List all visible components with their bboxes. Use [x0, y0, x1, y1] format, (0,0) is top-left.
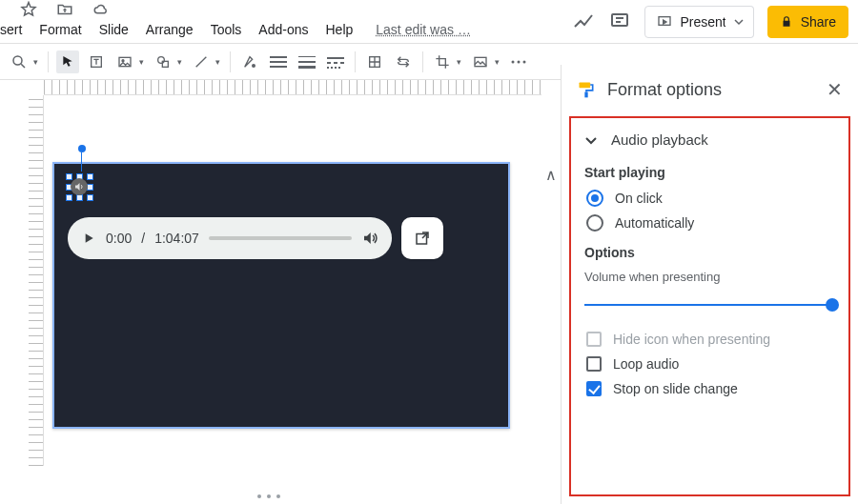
volume-icon[interactable] [361, 230, 378, 247]
close-panel-button[interactable]: ✕ [827, 78, 843, 101]
svg-point-5 [122, 59, 124, 61]
svg-point-2 [13, 56, 22, 65]
menu-format[interactable]: Format [39, 22, 81, 37]
audio-playback-section: Audio playback Start playing On click Au… [569, 116, 850, 496]
select-tool[interactable] [56, 50, 79, 73]
format-options-tool[interactable] [363, 50, 386, 73]
comments-icon[interactable] [608, 10, 631, 33]
radio-automatically[interactable]: Automatically [586, 214, 833, 232]
star-icon[interactable] [17, 0, 40, 21]
svg-point-27 [523, 60, 526, 63]
checkbox-stop-slide-change[interactable]: Stop on slide change [586, 381, 833, 396]
move-to-drive-icon[interactable] [53, 0, 76, 21]
menu-bar: sert Format Slide Arrange Tools Add-ons … [0, 22, 471, 37]
section-title: Audio playback [611, 131, 708, 148]
section-toggle[interactable]: Audio playback [584, 131, 835, 148]
play-icon[interactable] [81, 231, 96, 246]
paint-roller-icon [577, 80, 596, 99]
mask-tool[interactable] [469, 50, 492, 73]
format-options-panel: Format options ✕ Audio playback Start pl… [561, 65, 858, 504]
hide-icon-checkbox[interactable] [586, 332, 602, 347]
line-tool[interactable] [190, 50, 213, 73]
svg-rect-9 [270, 56, 287, 58]
rotate-handle[interactable] [78, 145, 86, 152]
svg-point-26 [518, 60, 521, 63]
menu-slide[interactable]: Slide [99, 22, 129, 37]
svg-point-6 [158, 56, 165, 63]
player-current-time: 0:00 [106, 231, 132, 246]
svg-rect-12 [298, 56, 316, 57]
svg-point-25 [512, 60, 515, 63]
zoom-tool[interactable] [8, 50, 31, 73]
radio-auto-input[interactable] [586, 214, 603, 232]
lock-icon [780, 15, 793, 29]
svg-rect-21 [335, 67, 337, 69]
scroll-up-icon[interactable]: ∧ [545, 166, 557, 184]
share-label: Share [801, 14, 836, 30]
vertical-ruler [29, 95, 44, 466]
svg-rect-17 [334, 62, 337, 64]
checkbox-loop-audio[interactable]: Loop audio [586, 356, 833, 372]
activity-icon[interactable] [572, 10, 595, 33]
start-playing-label: Start playing [584, 165, 835, 180]
menu-help[interactable]: Help [325, 22, 353, 37]
popout-button[interactable] [401, 217, 443, 259]
loop-audio-checkbox[interactable] [586, 356, 602, 372]
present-label: Present [680, 14, 725, 30]
checkbox-hide-icon[interactable]: Hide icon when presenting [586, 332, 833, 347]
color-tool[interactable] [238, 50, 261, 73]
app-header: sert Format Slide Arrange Tools Add-ons … [0, 0, 858, 44]
present-button[interactable]: Present [644, 6, 738, 38]
last-edit-link[interactable]: Last edit was … [376, 22, 471, 37]
horizontal-ruler [44, 80, 541, 95]
svg-rect-11 [270, 66, 287, 68]
border-dash-tool[interactable] [324, 50, 347, 73]
svg-rect-0 [612, 14, 627, 26]
svg-rect-16 [327, 62, 331, 64]
svg-rect-30 [584, 92, 587, 98]
page-indicator [257, 494, 280, 498]
panel-title: Format options [607, 80, 815, 100]
svg-rect-29 [580, 83, 591, 89]
volume-slider[interactable] [584, 295, 835, 314]
menu-tools[interactable]: Tools [211, 22, 242, 37]
player-duration: 1:04:07 [154, 231, 199, 246]
svg-point-8 [252, 64, 255, 68]
svg-rect-10 [270, 61, 287, 63]
svg-rect-14 [298, 66, 316, 69]
share-button[interactable]: Share [767, 6, 848, 38]
svg-rect-20 [331, 67, 333, 69]
svg-rect-18 [340, 62, 344, 64]
more-tools[interactable] [507, 50, 530, 73]
menu-arrange[interactable]: Arrange [146, 22, 194, 37]
image-tool[interactable] [113, 50, 136, 73]
radio-on-click-input[interactable] [586, 190, 603, 207]
chevron-down-icon [584, 133, 598, 147]
workspace: ∧ 0:00 / 1:04:07 [0, 80, 561, 504]
cloud-status-icon[interactable] [90, 0, 112, 21]
radio-on-click[interactable]: On click [586, 190, 833, 207]
svg-rect-19 [327, 67, 329, 69]
svg-rect-13 [298, 61, 316, 63]
crop-tool[interactable] [431, 50, 454, 73]
present-icon [657, 14, 672, 30]
svg-rect-22 [338, 67, 340, 69]
audio-player[interactable]: 0:00 / 1:04:07 [68, 217, 392, 259]
border-color-tool[interactable] [267, 50, 290, 73]
menu-addons[interactable]: Add-ons [258, 22, 308, 37]
menu-insert[interactable]: sert [0, 22, 22, 37]
stop-slide-checkbox[interactable] [586, 381, 602, 396]
textbox-tool[interactable] [85, 50, 108, 73]
slider-knob[interactable] [826, 298, 839, 312]
player-track[interactable] [209, 236, 352, 240]
svg-rect-15 [327, 57, 344, 59]
options-label: Options [584, 245, 835, 260]
shape-tool[interactable] [152, 50, 174, 73]
present-dropdown[interactable] [725, 6, 754, 38]
replace-image-tool[interactable] [392, 50, 415, 73]
toolbar: ▾ ▾ ▾ ▾ ▾ ▾ [0, 44, 561, 80]
volume-label: Volume when presenting [584, 270, 835, 284]
border-weight-tool[interactable] [296, 50, 318, 73]
slide-canvas[interactable]: 0:00 / 1:04:07 [52, 162, 510, 429]
audio-object-icon[interactable] [71, 178, 88, 195]
